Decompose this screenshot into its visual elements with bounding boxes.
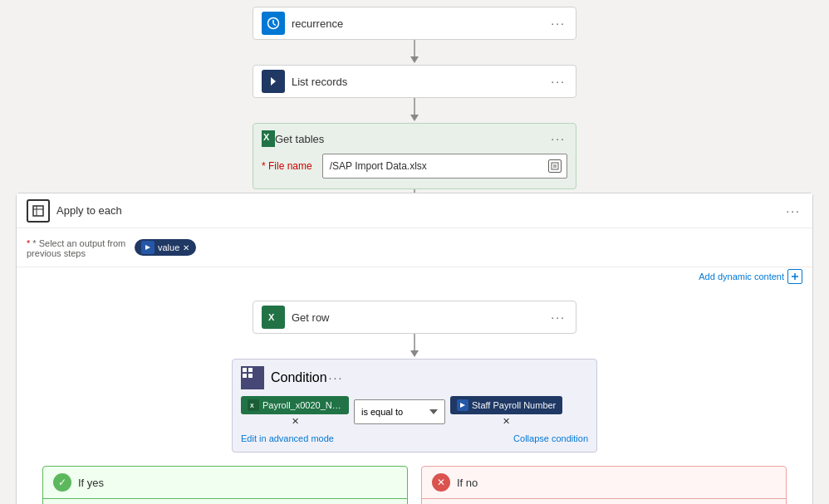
get-row-label: Get row	[292, 311, 549, 324]
token1-label: Payroll_x0020_Numb...	[262, 400, 342, 410]
select-output-row: * * Select an output from previous steps…	[17, 228, 812, 267]
apply-each-section: Apply to each ··· * * Select an output f…	[16, 193, 813, 504]
arrow-2	[406, 98, 423, 123]
svg-rect-23	[243, 368, 247, 372]
condition-token1[interactable]: X Payroll_x0020_Numb...	[241, 396, 349, 414]
select-output-label: * * Select an output from previous steps	[27, 235, 135, 258]
svg-text:X: X	[263, 132, 270, 142]
yes-icon: ✓	[53, 473, 71, 492]
branch-yes-header: ✓ If yes	[43, 467, 407, 499]
get-tables-label: Get tables	[275, 133, 549, 145]
condition-footer: Edit in advanced mode Collapse condition	[241, 433, 588, 443]
get-tables-more[interactable]: ···	[549, 132, 567, 145]
condition-more[interactable]: ···	[327, 371, 346, 384]
svg-marker-7	[410, 115, 419, 121]
svg-rect-9	[552, 163, 558, 169]
get-tables-header: X Get tables ···	[262, 130, 567, 147]
operator-label: is equal to	[361, 407, 426, 417]
svg-marker-5	[271, 77, 276, 86]
apply-each-more[interactable]: ···	[784, 204, 802, 218]
svg-text:X: X	[268, 312, 275, 322]
condition-header: Condition ···	[241, 366, 588, 389]
file-name-input[interactable]: /SAP Import Data.xlsx	[322, 154, 567, 179]
add-dynamic-label: Add dynamic content	[699, 272, 784, 281]
branch-no-label: If no	[457, 477, 776, 489]
list-records-card[interactable]: List records ···	[253, 65, 576, 98]
get-row-more[interactable]: ···	[549, 311, 567, 324]
token-label: value	[158, 242, 179, 252]
recurrence-icon	[262, 12, 285, 35]
list-records-icon	[262, 70, 285, 93]
condition-operator[interactable]: is equal to	[354, 399, 445, 424]
file-name-field[interactable]: /SAP Import Data.xlsx	[322, 154, 567, 179]
branches: ✓ If yes Update a record ···	[32, 453, 797, 504]
svg-line-2	[273, 24, 276, 26]
get-tables-wrapper: X Get tables ··· * File name /SAP Import…	[253, 123, 576, 189]
file-picker-icon[interactable]	[548, 159, 562, 173]
svg-marker-17	[145, 245, 150, 250]
condition-wrapper: Condition ··· X Payroll_x0020_Numb... ✕	[232, 359, 597, 453]
token2-icon	[457, 399, 468, 411]
recurrence-wrapper: recurrence ···	[253, 7, 576, 40]
file-name-value: /SAP Import Data.xlsx	[330, 160, 427, 172]
branch-yes: ✓ If yes Update a record ···	[42, 466, 408, 504]
get-row-card[interactable]: X Get row ···	[253, 301, 576, 334]
svg-rect-14	[33, 206, 43, 216]
list-records-more[interactable]: ···	[549, 75, 567, 88]
branch-no: ✕ If no Create a new record ···	[421, 466, 787, 504]
arrow-1	[406, 40, 423, 65]
get-row-wrapper: X Get row ···	[253, 301, 576, 334]
svg-rect-26	[248, 374, 253, 378]
get-row-icon: X	[262, 306, 285, 329]
apply-each-icon	[27, 199, 50, 223]
svg-text:X: X	[250, 403, 254, 409]
apply-each-header: Apply to each ···	[17, 193, 812, 228]
collapse-condition-link[interactable]: Collapse condition	[513, 433, 588, 443]
edit-advanced-link[interactable]: Edit in advanced mode	[241, 433, 334, 443]
token-close[interactable]: ✕	[183, 243, 189, 252]
svg-marker-4	[410, 56, 419, 63]
condition-token1-group: X Payroll_x0020_Numb... ✕	[241, 396, 349, 427]
canvas: recurrence ··· List records ···	[0, 0, 829, 504]
token1-icon: X	[248, 399, 259, 411]
get-tables-card[interactable]: X Get tables ··· * File name /SAP Import…	[253, 123, 576, 189]
svg-marker-22	[410, 350, 419, 357]
list-records-label: List records	[292, 76, 549, 88]
condition-label: Condition	[271, 370, 327, 385]
token-list-icon	[141, 241, 155, 254]
apply-each-label: Apply to each	[56, 204, 784, 217]
recurrence-card[interactable]: recurrence ···	[253, 7, 576, 40]
svg-rect-25	[243, 374, 247, 378]
token2-x[interactable]: ✕	[503, 416, 510, 427]
excel-icon: X	[262, 130, 275, 147]
token2-label: Staff Payroll Number	[472, 400, 556, 410]
list-records-wrapper: List records ···	[253, 65, 576, 98]
condition-icon	[241, 366, 264, 389]
condition-row: X Payroll_x0020_Numb... ✕ is equal to	[241, 396, 588, 427]
value-token[interactable]: value ✕	[135, 239, 196, 256]
token-container: value ✕	[135, 235, 802, 260]
no-icon: ✕	[432, 473, 450, 492]
branch-no-header: ✕ If no	[422, 467, 786, 499]
recurrence-label: recurrence	[292, 17, 549, 30]
recurrence-more[interactable]: ···	[549, 17, 567, 30]
top-section: recurrence ··· List records ···	[0, 0, 829, 214]
condition-card[interactable]: Condition ··· X Payroll_x0020_Numb... ✕	[232, 359, 597, 453]
file-name-row: * File name /SAP Import Data.xlsx	[262, 154, 567, 179]
inner-flow: X Get row ···	[17, 287, 812, 504]
add-dynamic-icon[interactable]	[787, 269, 802, 284]
condition-token2-group: Staff Payroll Number ✕	[450, 396, 562, 427]
file-name-label: * File name	[262, 160, 312, 172]
condition-token2[interactable]: Staff Payroll Number	[450, 396, 562, 414]
branch-yes-label: If yes	[78, 477, 397, 489]
svg-marker-29	[460, 403, 465, 408]
token-area: value ✕	[135, 235, 802, 260]
add-dynamic-row[interactable]: Add dynamic content	[17, 267, 812, 287]
arrow-4	[406, 334, 423, 359]
token1-x[interactable]: ✕	[292, 416, 299, 427]
svg-marker-28	[429, 409, 438, 414]
svg-rect-24	[248, 368, 253, 372]
